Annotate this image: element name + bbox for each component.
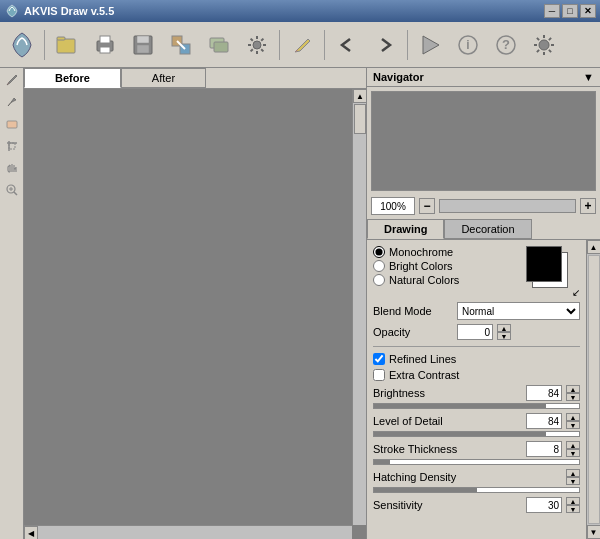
tab-drawing[interactable]: Drawing bbox=[367, 219, 444, 239]
zoom-out-button[interactable]: − bbox=[419, 198, 435, 214]
preferences-button[interactable] bbox=[526, 27, 562, 63]
refined-lines-check[interactable] bbox=[373, 353, 385, 365]
canvas-view[interactable]: ▲ ◀ bbox=[24, 89, 366, 539]
main-area: Before After ▲ ◀ Navigator ▼ − bbox=[0, 68, 600, 539]
title-bar: AKVIS Draw v.5.5 ─ □ ✕ bbox=[0, 0, 600, 22]
blend-mode-row: Blend Mode Normal Multiply Screen bbox=[373, 302, 580, 320]
stroke-thickness-label: Stroke Thickness bbox=[373, 443, 457, 455]
opacity-spin: ▲ ▼ bbox=[497, 324, 511, 340]
svg-rect-1 bbox=[57, 37, 65, 40]
save-button[interactable] bbox=[125, 27, 161, 63]
minimize-button[interactable]: ─ bbox=[544, 4, 560, 18]
scroll-up-arrow[interactable]: ▲ bbox=[353, 89, 366, 103]
forward-button[interactable] bbox=[367, 27, 403, 63]
zoom-slider[interactable] bbox=[439, 199, 576, 213]
foreground-color-box[interactable] bbox=[526, 246, 562, 282]
color-preview: ↙ bbox=[526, 246, 580, 298]
brightness-value[interactable] bbox=[526, 385, 562, 401]
panel-scroll-down[interactable]: ▼ bbox=[587, 525, 601, 539]
stroke-thickness-slider[interactable] bbox=[373, 459, 580, 465]
settings-button[interactable] bbox=[239, 27, 275, 63]
help-button[interactable]: ? bbox=[488, 27, 524, 63]
stroke-thickness-value[interactable] bbox=[526, 441, 562, 457]
window-controls[interactable]: ─ □ ✕ bbox=[544, 4, 596, 18]
navigator-preview bbox=[371, 91, 596, 191]
batch-button[interactable] bbox=[201, 27, 237, 63]
open-button[interactable] bbox=[49, 27, 85, 63]
panel-scroll-up[interactable]: ▲ bbox=[587, 240, 601, 254]
canvas-container: Before After ▲ ◀ bbox=[24, 68, 366, 539]
zoom-input[interactable] bbox=[371, 197, 415, 215]
hatching-density-spin: ▲ ▼ bbox=[566, 469, 580, 485]
import-button[interactable] bbox=[163, 27, 199, 63]
tool-pencil[interactable] bbox=[2, 70, 22, 90]
panel-tabs: Drawing Decoration bbox=[367, 219, 600, 240]
hatching-density-spin-up[interactable]: ▲ bbox=[566, 469, 580, 477]
level-detail-spin-up[interactable]: ▲ bbox=[566, 413, 580, 421]
level-detail-value[interactable] bbox=[526, 413, 562, 429]
svg-rect-4 bbox=[100, 47, 110, 53]
color-mode-group: Monochrome Bright Colors Natural Colors bbox=[373, 246, 459, 286]
maximize-button[interactable]: □ bbox=[562, 4, 578, 18]
info-button[interactable]: i bbox=[450, 27, 486, 63]
radio-natural-colors[interactable]: Natural Colors bbox=[373, 274, 459, 286]
brightness-spin-up[interactable]: ▲ bbox=[566, 385, 580, 393]
tool-crop[interactable] bbox=[2, 136, 22, 156]
brightness-label: Brightness bbox=[373, 387, 453, 399]
swap-colors-icon[interactable]: ↙ bbox=[572, 287, 580, 298]
scroll-left-arrow[interactable]: ◀ bbox=[24, 526, 38, 539]
opacity-spin-up[interactable]: ▲ bbox=[497, 324, 511, 332]
extra-contrast-check[interactable] bbox=[373, 369, 385, 381]
refined-lines-row[interactable]: Refined Lines bbox=[373, 353, 580, 365]
level-detail-row: Level of Detail ▲ ▼ bbox=[373, 413, 580, 429]
close-button[interactable]: ✕ bbox=[580, 4, 596, 18]
brightness-spin-down[interactable]: ▼ bbox=[566, 393, 580, 401]
scrollbar-horizontal[interactable]: ◀ bbox=[24, 525, 352, 539]
panel-scrollbar[interactable]: ▲ ▼ bbox=[586, 240, 600, 539]
radio-bright-colors[interactable]: Bright Colors bbox=[373, 260, 459, 272]
sensitivity-spin-down[interactable]: ▼ bbox=[566, 505, 580, 513]
extra-contrast-row[interactable]: Extra Contrast bbox=[373, 369, 580, 381]
level-detail-spin-down[interactable]: ▼ bbox=[566, 421, 580, 429]
stroke-thickness-spin-down[interactable]: ▼ bbox=[566, 449, 580, 457]
right-panel: Navigator ▼ − + Drawing Decoration bbox=[366, 68, 600, 539]
sensitivity-value[interactable] bbox=[526, 497, 562, 513]
svg-point-12 bbox=[253, 41, 261, 49]
sensitivity-section: Sensitivity ▲ ▼ bbox=[373, 497, 580, 513]
tab-before[interactable]: Before bbox=[24, 68, 121, 88]
tool-zoom[interactable] bbox=[2, 180, 22, 200]
zoom-in-button[interactable]: + bbox=[580, 198, 596, 214]
toolbar-sep-3 bbox=[324, 30, 325, 60]
pencil-tool-button[interactable] bbox=[284, 27, 320, 63]
opacity-value[interactable] bbox=[457, 324, 493, 340]
scroll-thumb-v[interactable] bbox=[354, 104, 366, 134]
svg-rect-6 bbox=[137, 36, 149, 43]
toolbar-sep-1 bbox=[44, 30, 45, 60]
tool-hand[interactable] bbox=[2, 158, 22, 178]
tool-eraser[interactable] bbox=[2, 114, 22, 134]
print-button[interactable] bbox=[87, 27, 123, 63]
radio-monochrome[interactable]: Monochrome bbox=[373, 246, 459, 258]
sensitivity-spin-up[interactable]: ▲ bbox=[566, 497, 580, 505]
level-detail-slider[interactable] bbox=[373, 431, 580, 437]
opacity-spin-down[interactable]: ▼ bbox=[497, 332, 511, 340]
brightness-slider[interactable] bbox=[373, 403, 580, 409]
brightness-spin: ▲ ▼ bbox=[566, 385, 580, 401]
scrollbar-vertical[interactable]: ▲ bbox=[352, 89, 366, 525]
tool-brush[interactable] bbox=[2, 92, 22, 112]
run-button[interactable] bbox=[412, 27, 448, 63]
svg-rect-11 bbox=[214, 42, 228, 52]
back-button[interactable] bbox=[329, 27, 365, 63]
tab-after[interactable]: After bbox=[121, 68, 206, 88]
stroke-thickness-section: Stroke Thickness ▲ ▼ bbox=[373, 441, 580, 465]
tab-decoration[interactable]: Decoration bbox=[444, 219, 531, 239]
hatching-density-slider[interactable] bbox=[373, 487, 580, 493]
svg-line-22 bbox=[14, 192, 17, 195]
stroke-thickness-spin-up[interactable]: ▲ bbox=[566, 441, 580, 449]
hatching-density-section: Hatching Density ▲ ▼ bbox=[373, 469, 580, 493]
blend-mode-select[interactable]: Normal Multiply Screen bbox=[457, 302, 580, 320]
level-detail-label: Level of Detail bbox=[373, 415, 453, 427]
divider-1 bbox=[373, 346, 580, 347]
navigator-collapse-icon[interactable]: ▼ bbox=[583, 71, 594, 83]
hatching-density-spin-down[interactable]: ▼ bbox=[566, 477, 580, 485]
